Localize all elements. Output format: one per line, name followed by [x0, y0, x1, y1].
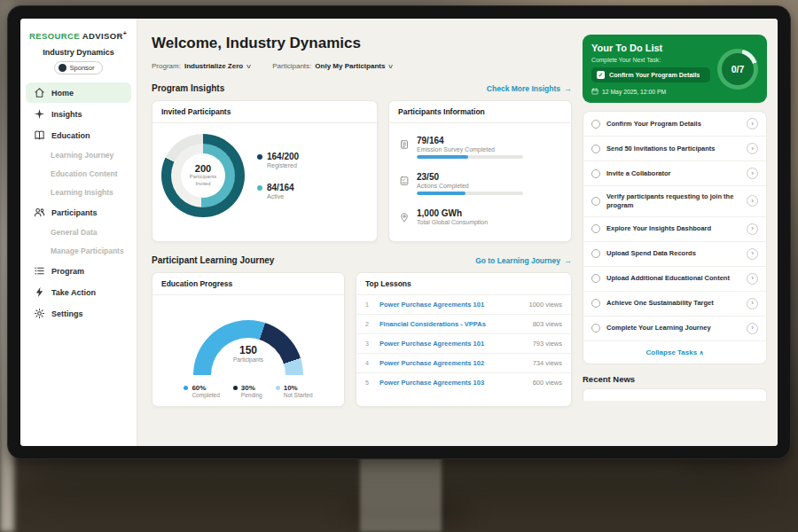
program-filter-label: Program:: [152, 62, 181, 70]
progress-bar: [417, 155, 523, 159]
lesson-views: 734 views: [533, 359, 562, 367]
task-checkbox[interactable]: [591, 274, 600, 283]
card-title: Invited Participants: [153, 101, 377, 123]
task-checkbox[interactable]: [591, 324, 600, 332]
task-row[interactable]: Verify participants requesting to join t…: [583, 186, 766, 217]
sidebar-item-label: Program: [51, 267, 84, 276]
task-checkbox[interactable]: [591, 197, 600, 206]
task-checkbox[interactable]: [591, 120, 600, 129]
lesson-link[interactable]: Power Purchase Agreements 101: [379, 301, 521, 309]
sidebar-item-program[interactable]: Program: [26, 261, 131, 281]
filters-row: Program: Industrialize Zero ∨ Participan…: [152, 62, 572, 70]
link-label: Check More Insights: [487, 84, 560, 93]
collapse-tasks-link[interactable]: Collapse Tasks ∧: [583, 341, 766, 364]
task-row[interactable]: Achieve One Sustainability Target ›: [583, 292, 766, 317]
checkbox-icon[interactable]: ✓: [597, 71, 605, 79]
sponsor-label: Sponsor: [70, 64, 95, 72]
todo-subtitle: Complete Your Next Task:: [591, 57, 710, 63]
stat-label: Total Global Consumption: [417, 219, 488, 225]
task-row[interactable]: Complete Your Learning Journey ›: [583, 317, 766, 341]
monitor-frame: RESOURCE ADVISOR+ Industry Dynamics Spon…: [7, 5, 791, 459]
participants-filter-label: Participants:: [272, 62, 311, 70]
task-label: Verify participants requesting to join t…: [606, 192, 740, 210]
bolt-icon: [34, 286, 45, 298]
sidebar-item-learning-insights[interactable]: Learning Insights: [26, 184, 131, 201]
chevron-right-icon[interactable]: ›: [747, 298, 758, 309]
registered-value: 164/200: [267, 152, 299, 161]
chevron-right-icon[interactable]: ›: [747, 273, 758, 285]
sidebar-item-learning-journey[interactable]: Learning Journey: [26, 146, 131, 164]
chevron-down-icon: ∨: [246, 63, 252, 70]
invited-donut: 200 Participants Invited: [161, 134, 245, 217]
legend-label: Not Started: [284, 392, 313, 398]
sidebar-item-education[interactable]: Education: [26, 125, 131, 145]
task-row[interactable]: Confirm Your Program Details ›: [583, 112, 766, 137]
dashboard-screen: RESOURCE ADVISOR+ Industry Dynamics Spon…: [20, 19, 778, 446]
check-more-insights-link[interactable]: Check More Insights →: [487, 84, 572, 93]
lesson-views: 600 views: [533, 379, 562, 387]
brand-primary: RESOURCE: [29, 31, 80, 41]
chevron-right-icon[interactable]: ›: [747, 248, 758, 260]
participants-dropdown[interactable]: Participants: Only My Participants ∨: [272, 62, 393, 70]
lesson-link[interactable]: Power Purchase Agreements 103: [379, 379, 526, 387]
task-checkbox[interactable]: [591, 299, 600, 308]
chevron-right-icon[interactable]: ›: [747, 143, 758, 154]
monitor-stand: [360, 456, 442, 532]
chevron-right-icon[interactable]: ›: [747, 323, 758, 334]
sidebar-item-label: Participants: [51, 208, 98, 217]
task-checkbox[interactable]: [591, 145, 600, 153]
sponsor-badge[interactable]: Sponsor: [54, 61, 104, 74]
sidebar-item-home[interactable]: Home: [26, 82, 131, 103]
lesson-link[interactable]: Power Purchase Agreements 101: [379, 340, 526, 348]
chevron-down-icon: ∨: [387, 63, 394, 70]
active-label: Active: [267, 193, 299, 200]
task-row[interactable]: Upload Additional Educational Content ›: [583, 267, 766, 292]
sidebar-item-participants[interactable]: Participants: [26, 202, 131, 223]
sidebar-item-settings[interactable]: Settings: [26, 303, 131, 324]
invited-legend: 164/200 Registered 84/164: [257, 152, 299, 200]
gauge-value: 150: [193, 344, 303, 356]
stat-emission-survey: 79/164 Emission Survey Completed: [399, 136, 561, 159]
todo-progress-ring: 0/7: [717, 49, 758, 90]
lesson-views: 793 views: [533, 340, 562, 348]
progress-bar-fill: [417, 155, 468, 159]
todo-due-date: 12 May 2025, 12:00 PM: [591, 88, 710, 95]
task-row[interactable]: Upload Spend Data Records ›: [583, 242, 766, 267]
program-dropdown[interactable]: Program: Industrialize Zero ∨: [152, 62, 251, 70]
card-title: Participants Information: [389, 101, 571, 123]
sidebar-item-general-data[interactable]: General Data: [26, 223, 131, 241]
learning-journey-cards: Education Progress 150 Participants: [152, 272, 572, 407]
sidebar-item-manage-participants[interactable]: Manage Participants: [26, 242, 131, 260]
registered-label: Registered: [267, 162, 299, 168]
chevron-right-icon[interactable]: ›: [747, 118, 758, 129]
active-value: 84/164: [267, 183, 294, 192]
program-insights-cards: Invited Participants 200 Participants In…: [152, 100, 572, 242]
task-label: Invite a Collaborator: [606, 169, 740, 178]
go-to-learning-journey-link[interactable]: Go to Learning Journey →: [475, 256, 572, 265]
participants-information-body: 79/164 Emission Survey Completed 23/50: [389, 123, 571, 241]
task-row[interactable]: Invite a Collaborator ›: [583, 161, 766, 186]
task-checkbox[interactable]: [591, 224, 600, 233]
chevron-right-icon[interactable]: ›: [747, 223, 758, 235]
task-checkbox[interactable]: [591, 169, 600, 178]
program-insights-header: Program Insights Check More Insights →: [152, 83, 572, 93]
sidebar-item-insights[interactable]: Insights: [26, 104, 131, 124]
lesson-number: 1: [365, 301, 372, 308]
progress-bar: [417, 192, 523, 195]
arrow-right-icon: →: [564, 84, 572, 93]
sidebar-item-take-action[interactable]: Take Action: [26, 282, 131, 302]
task-row[interactable]: Send 50 Invitations to Participants ›: [583, 137, 766, 161]
legend-item-active: 84/164 Active: [257, 183, 299, 200]
lesson-link[interactable]: Power Purchase Agreements 102: [379, 359, 526, 367]
chevron-right-icon[interactable]: ›: [747, 168, 758, 179]
sidebar-item-label: Home: [51, 89, 74, 98]
legend-label: Completed: [192, 392, 219, 398]
lesson-link[interactable]: Financial Considerations - VPPAs: [379, 320, 526, 328]
todo-summary-left: Your To Do List Complete Your Next Task:…: [591, 43, 710, 95]
task-row[interactable]: Explore Your Insights Dashboard ›: [583, 217, 766, 242]
todo-next-task[interactable]: ✓ Confirm Your Program Details: [591, 67, 710, 82]
task-checkbox[interactable]: [591, 249, 600, 258]
education-gauge-center: 150 Participants: [193, 344, 303, 363]
sidebar-item-education-content[interactable]: Education Content: [26, 165, 131, 183]
chevron-right-icon[interactable]: ›: [747, 195, 758, 207]
